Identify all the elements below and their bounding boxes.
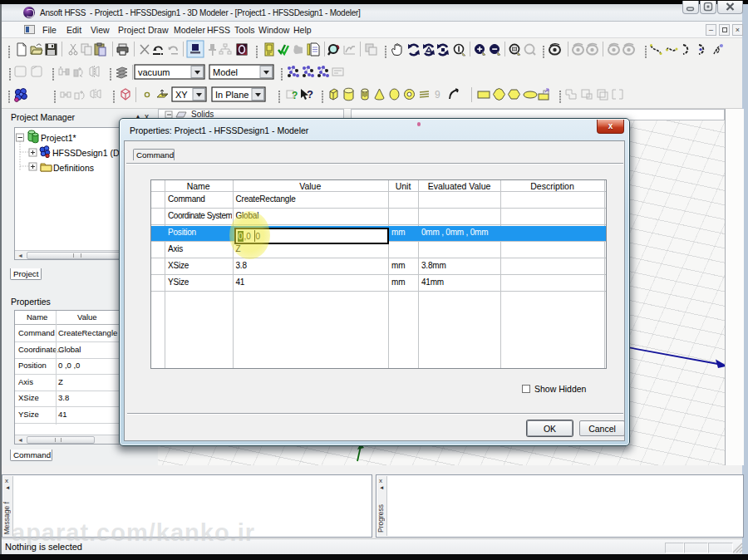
svg-text:?: ?: [307, 88, 313, 101]
svg-text:?: ?: [292, 90, 298, 101]
svg-text:In Plane: In Plane: [215, 90, 249, 100]
svg-text:Model: Model: [213, 67, 238, 77]
svg-text:9: 9: [435, 89, 440, 101]
svg-text:vacuum: vacuum: [138, 67, 170, 77]
svg-text:XY: XY: [175, 90, 188, 100]
